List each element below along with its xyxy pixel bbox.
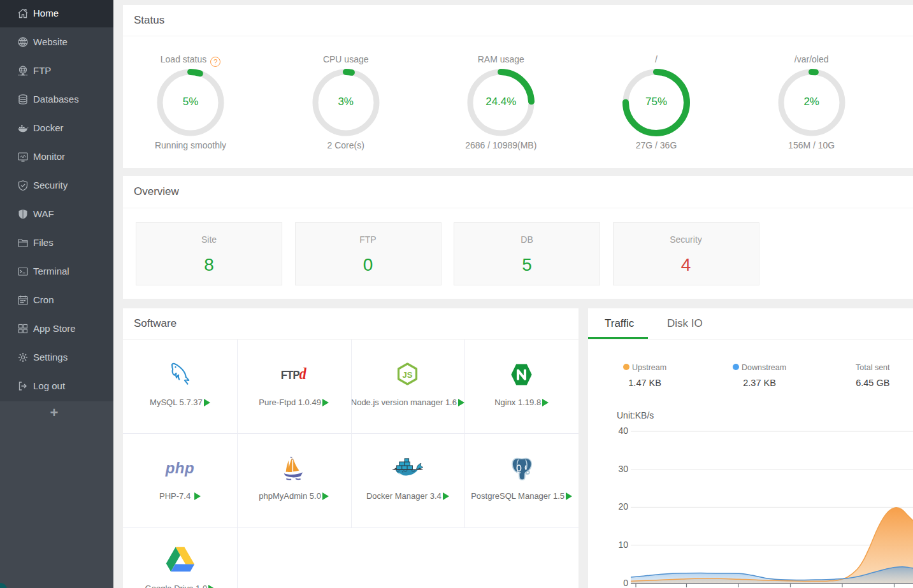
svg-text:JS: JS	[403, 369, 413, 379]
